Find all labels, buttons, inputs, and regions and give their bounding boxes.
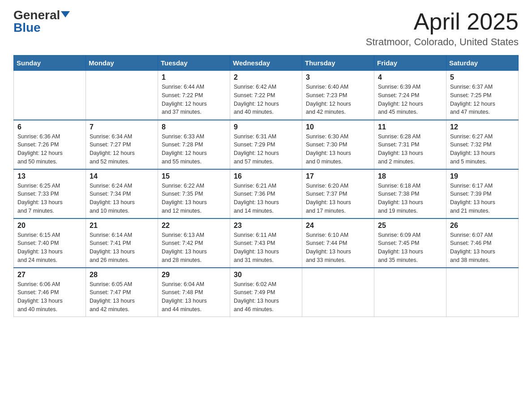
weekday-header-thursday: Thursday — [302, 56, 374, 71]
day-info: Sunrise: 6:04 AMSunset: 7:48 PMDaylight:… — [162, 280, 226, 314]
calendar-cell: 3Sunrise: 6:40 AMSunset: 7:23 PMDaylight… — [302, 71, 374, 120]
day-info: Sunrise: 6:31 AMSunset: 7:29 PMDaylight:… — [234, 133, 298, 166]
calendar-cell: 20Sunrise: 6:15 AMSunset: 7:40 PMDayligh… — [14, 218, 86, 268]
day-number: 2 — [234, 73, 298, 81]
day-number: 25 — [378, 222, 442, 230]
day-number: 28 — [90, 271, 154, 279]
day-info: Sunrise: 6:30 AMSunset: 7:30 PMDaylight:… — [306, 133, 370, 166]
day-info: Sunrise: 6:21 AMSunset: 7:36 PMDaylight:… — [234, 182, 298, 215]
logo-general-text: General — [13, 9, 60, 21]
logo: General Blue — [13, 9, 70, 34]
day-number: 23 — [234, 222, 298, 230]
day-number: 22 — [162, 222, 226, 230]
day-info: Sunrise: 6:17 AMSunset: 7:39 PMDaylight:… — [450, 182, 515, 215]
day-info: Sunrise: 6:39 AMSunset: 7:24 PMDaylight:… — [378, 83, 442, 116]
day-info: Sunrise: 6:33 AMSunset: 7:28 PMDaylight:… — [162, 133, 226, 166]
day-info: Sunrise: 6:24 AMSunset: 7:34 PMDaylight:… — [90, 182, 154, 215]
weekday-header-saturday: Saturday — [446, 56, 519, 71]
weekday-header-wednesday: Wednesday — [230, 56, 302, 71]
calendar-cell: 4Sunrise: 6:39 AMSunset: 7:24 PMDaylight… — [374, 71, 446, 120]
day-info: Sunrise: 6:13 AMSunset: 7:42 PMDaylight:… — [162, 231, 226, 265]
day-number: 30 — [234, 271, 298, 279]
day-number: 20 — [17, 222, 82, 230]
calendar-cell: 8Sunrise: 6:33 AMSunset: 7:28 PMDaylight… — [158, 120, 230, 169]
calendar-cell: 30Sunrise: 6:02 AMSunset: 7:49 PMDayligh… — [230, 268, 302, 317]
calendar-cell: 14Sunrise: 6:24 AMSunset: 7:34 PMDayligh… — [86, 169, 158, 218]
day-info: Sunrise: 6:20 AMSunset: 7:37 PMDaylight:… — [306, 182, 370, 215]
day-number: 29 — [162, 271, 226, 279]
weekday-header-sunday: Sunday — [14, 56, 86, 71]
calendar-cell: 26Sunrise: 6:07 AMSunset: 7:46 PMDayligh… — [446, 218, 519, 268]
day-number: 15 — [162, 172, 226, 180]
day-info: Sunrise: 6:22 AMSunset: 7:35 PMDaylight:… — [162, 182, 226, 215]
week-row-3: 13Sunrise: 6:25 AMSunset: 7:33 PMDayligh… — [14, 169, 519, 218]
calendar-cell: 16Sunrise: 6:21 AMSunset: 7:36 PMDayligh… — [230, 169, 302, 218]
calendar-cell: 21Sunrise: 6:14 AMSunset: 7:41 PMDayligh… — [86, 218, 158, 268]
weekday-header-monday: Monday — [86, 56, 158, 71]
calendar-cell: 15Sunrise: 6:22 AMSunset: 7:35 PMDayligh… — [158, 169, 230, 218]
day-info: Sunrise: 6:02 AMSunset: 7:49 PMDaylight:… — [234, 280, 298, 314]
day-info: Sunrise: 6:37 AMSunset: 7:25 PMDaylight:… — [450, 83, 515, 116]
day-info: Sunrise: 6:40 AMSunset: 7:23 PMDaylight:… — [306, 83, 370, 116]
day-number: 6 — [17, 123, 82, 131]
day-number: 1 — [162, 73, 226, 81]
day-number: 4 — [378, 73, 442, 81]
calendar-cell: 7Sunrise: 6:34 AMSunset: 7:27 PMDaylight… — [86, 120, 158, 169]
day-number: 3 — [306, 73, 370, 81]
day-number: 5 — [450, 73, 515, 81]
day-number: 19 — [450, 172, 515, 180]
day-info: Sunrise: 6:42 AMSunset: 7:22 PMDaylight:… — [234, 83, 298, 116]
calendar-cell: 18Sunrise: 6:18 AMSunset: 7:38 PMDayligh… — [374, 169, 446, 218]
weekday-header-friday: Friday — [374, 56, 446, 71]
calendar-cell — [14, 71, 86, 120]
location-title: Stratmoor, Colorado, United States — [366, 36, 519, 48]
day-info: Sunrise: 6:34 AMSunset: 7:27 PMDaylight:… — [90, 133, 154, 166]
calendar-cell: 17Sunrise: 6:20 AMSunset: 7:37 PMDayligh… — [302, 169, 374, 218]
page-header: General Blue April 2025 Stratmoor, Color… — [13, 9, 519, 48]
calendar-cell — [446, 268, 519, 317]
day-info: Sunrise: 6:06 AMSunset: 7:46 PMDaylight:… — [17, 280, 82, 314]
logo-triangle-icon — [61, 11, 70, 17]
day-number: 7 — [90, 123, 154, 131]
day-info: Sunrise: 6:09 AMSunset: 7:45 PMDaylight:… — [378, 231, 442, 265]
month-title: April 2025 — [366, 9, 519, 34]
day-number: 9 — [234, 123, 298, 131]
calendar-cell: 28Sunrise: 6:05 AMSunset: 7:47 PMDayligh… — [86, 268, 158, 317]
day-info: Sunrise: 6:11 AMSunset: 7:43 PMDaylight:… — [234, 231, 298, 265]
calendar-cell: 24Sunrise: 6:10 AMSunset: 7:44 PMDayligh… — [302, 218, 374, 268]
day-number: 12 — [450, 123, 515, 131]
calendar-cell — [374, 268, 446, 317]
day-number: 8 — [162, 123, 226, 131]
calendar-cell: 22Sunrise: 6:13 AMSunset: 7:42 PMDayligh… — [158, 218, 230, 268]
day-info: Sunrise: 6:36 AMSunset: 7:26 PMDaylight:… — [17, 133, 82, 166]
day-info: Sunrise: 6:44 AMSunset: 7:22 PMDaylight:… — [162, 83, 226, 116]
day-info: Sunrise: 6:28 AMSunset: 7:31 PMDaylight:… — [378, 133, 442, 166]
calendar-cell: 6Sunrise: 6:36 AMSunset: 7:26 PMDaylight… — [14, 120, 86, 169]
day-info: Sunrise: 6:25 AMSunset: 7:33 PMDaylight:… — [17, 182, 82, 215]
calendar-cell: 27Sunrise: 6:06 AMSunset: 7:46 PMDayligh… — [14, 268, 86, 317]
calendar-cell: 23Sunrise: 6:11 AMSunset: 7:43 PMDayligh… — [230, 218, 302, 268]
calendar-cell — [86, 71, 158, 120]
day-number: 24 — [306, 222, 370, 230]
title-area: April 2025 Stratmoor, Colorado, United S… — [366, 9, 519, 48]
day-number: 16 — [234, 172, 298, 180]
day-number: 17 — [306, 172, 370, 180]
day-info: Sunrise: 6:15 AMSunset: 7:40 PMDaylight:… — [17, 231, 82, 265]
calendar-cell: 12Sunrise: 6:27 AMSunset: 7:32 PMDayligh… — [446, 120, 519, 169]
calendar-cell: 13Sunrise: 6:25 AMSunset: 7:33 PMDayligh… — [14, 169, 86, 218]
day-info: Sunrise: 6:10 AMSunset: 7:44 PMDaylight:… — [306, 231, 370, 265]
day-number: 13 — [17, 172, 82, 180]
logo-blue-text: Blue — [13, 21, 41, 34]
calendar-cell: 2Sunrise: 6:42 AMSunset: 7:22 PMDaylight… — [230, 71, 302, 120]
calendar-cell: 11Sunrise: 6:28 AMSunset: 7:31 PMDayligh… — [374, 120, 446, 169]
week-row-4: 20Sunrise: 6:15 AMSunset: 7:40 PMDayligh… — [14, 218, 519, 268]
day-number: 10 — [306, 123, 370, 131]
calendar-cell: 25Sunrise: 6:09 AMSunset: 7:45 PMDayligh… — [374, 218, 446, 268]
weekday-header-tuesday: Tuesday — [158, 56, 230, 71]
week-row-2: 6Sunrise: 6:36 AMSunset: 7:26 PMDaylight… — [14, 120, 519, 169]
day-info: Sunrise: 6:14 AMSunset: 7:41 PMDaylight:… — [90, 231, 154, 265]
calendar-table: SundayMondayTuesdayWednesdayThursdayFrid… — [13, 55, 519, 317]
calendar-cell: 29Sunrise: 6:04 AMSunset: 7:48 PMDayligh… — [158, 268, 230, 317]
week-row-5: 27Sunrise: 6:06 AMSunset: 7:46 PMDayligh… — [14, 268, 519, 317]
week-row-1: 1Sunrise: 6:44 AMSunset: 7:22 PMDaylight… — [14, 71, 519, 120]
